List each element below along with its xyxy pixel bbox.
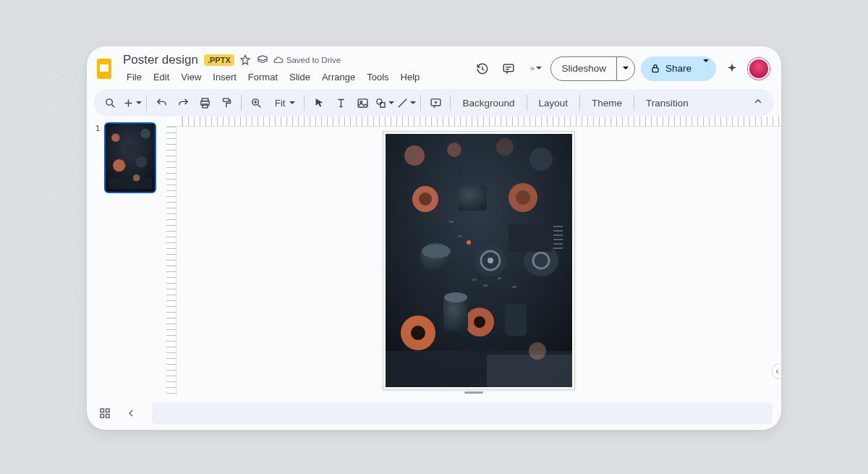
svg-rect-41 — [509, 224, 552, 252]
svg-point-25 — [404, 145, 425, 166]
share-label: Share — [665, 63, 692, 74]
svg-point-5 — [106, 98, 112, 105]
toolbar: Fit Background Layout Theme Transition — [94, 89, 774, 117]
svg-rect-67 — [101, 415, 104, 418]
workspace: 1 — [87, 117, 781, 397]
slideshow-dropdown[interactable] — [616, 57, 634, 80]
svg-rect-3 — [531, 67, 533, 69]
star-icon[interactable] — [239, 54, 252, 67]
theme-button[interactable]: Theme — [584, 98, 629, 109]
zoom-level-dropdown[interactable]: Fit — [268, 98, 299, 109]
move-icon[interactable] — [256, 54, 269, 67]
share-button[interactable]: Share — [641, 63, 700, 75]
svg-point-20 — [113, 159, 125, 172]
slide-thumbnail-1[interactable] — [104, 122, 156, 193]
menu-file[interactable]: File — [122, 69, 147, 85]
svg-point-36 — [488, 258, 493, 263]
slides-logo[interactable] — [94, 56, 114, 82]
svg-point-28 — [529, 148, 553, 171]
zoom-tool-icon[interactable] — [246, 93, 266, 113]
undo-icon[interactable] — [151, 93, 171, 113]
menu-view[interactable]: View — [176, 69, 206, 85]
svg-rect-68 — [106, 415, 110, 418]
collapse-toolbar-icon[interactable] — [748, 96, 768, 110]
vertical-ruler[interactable] — [166, 127, 176, 397]
search-menus-icon[interactable] — [100, 93, 120, 113]
cloud-status[interactable]: Saved to Drive — [273, 55, 341, 65]
svg-point-27 — [496, 138, 514, 156]
title-bar: Poster design .PPTX Saved to Drive File … — [87, 46, 781, 85]
svg-rect-65 — [101, 409, 104, 412]
svg-rect-31 — [458, 186, 487, 211]
speaker-notes-bar[interactable] — [152, 402, 773, 424]
transition-button[interactable]: Transition — [639, 98, 696, 109]
svg-rect-66 — [106, 409, 110, 412]
svg-point-13 — [377, 98, 382, 103]
paint-format-icon[interactable] — [216, 93, 237, 113]
ruler-corner — [166, 117, 182, 127]
svg-point-57 — [529, 342, 546, 360]
shape-icon[interactable] — [374, 93, 394, 113]
filmstrip: 1 — [87, 117, 166, 397]
svg-rect-54 — [505, 304, 527, 336]
new-slide-button[interactable] — [122, 93, 142, 113]
select-tool-icon[interactable] — [309, 93, 329, 113]
svg-rect-61 — [458, 235, 461, 237]
slide-image[interactable] — [386, 134, 572, 387]
collapse-filmstrip-icon[interactable] — [122, 404, 140, 423]
line-icon[interactable] — [396, 93, 416, 113]
svg-rect-11 — [358, 98, 367, 106]
bottom-bar — [87, 397, 781, 430]
background-button[interactable]: Background — [455, 98, 522, 109]
layout-button[interactable]: Layout — [532, 98, 576, 109]
add-comment-icon[interactable] — [425, 93, 446, 113]
menu-tools[interactable]: Tools — [362, 69, 393, 85]
file-type-badge: .PPTX — [204, 54, 234, 66]
menu-help[interactable]: Help — [396, 69, 425, 85]
svg-rect-22 — [109, 178, 151, 189]
svg-point-49 — [411, 326, 425, 340]
share-button-group: Share — [641, 56, 716, 81]
save-status-text: Saved to Drive — [286, 56, 341, 64]
comments-icon[interactable] — [498, 59, 519, 79]
history-icon[interactable] — [472, 59, 493, 79]
svg-point-18 — [141, 129, 150, 138]
speaker-notes-drag-handle[interactable] — [464, 392, 483, 394]
svg-rect-1 — [100, 64, 109, 72]
print-icon[interactable] — [195, 93, 215, 113]
share-dropdown[interactable] — [700, 62, 716, 75]
meet-button[interactable] — [524, 59, 545, 79]
svg-point-64 — [467, 240, 471, 245]
gemini-icon[interactable] — [722, 59, 742, 79]
menu-bar: File Edit View Insert Format Slide Arran… — [122, 69, 425, 85]
document-title[interactable]: Poster design — [122, 52, 200, 68]
menu-arrange[interactable]: Arrange — [317, 69, 360, 85]
svg-point-26 — [447, 143, 461, 157]
menu-slide[interactable]: Slide — [284, 69, 315, 85]
svg-rect-62 — [449, 221, 454, 223]
redo-icon[interactable] — [173, 93, 193, 113]
menu-edit[interactable]: Edit — [148, 69, 174, 85]
horizontal-ruler[interactable] — [182, 117, 781, 127]
image-icon[interactable] — [352, 93, 373, 113]
account-avatar[interactable] — [748, 58, 770, 80]
svg-rect-63 — [512, 286, 516, 288]
grid-view-icon[interactable] — [95, 404, 114, 423]
menu-format[interactable]: Format — [243, 69, 283, 85]
svg-rect-60 — [498, 277, 501, 279]
svg-point-51 — [474, 316, 485, 328]
zoom-label: Fit — [275, 98, 285, 109]
textbox-icon[interactable] — [331, 93, 351, 113]
svg-rect-56 — [487, 355, 572, 387]
slide-number: 1 — [95, 122, 100, 132]
svg-rect-4 — [652, 67, 658, 72]
svg-rect-19 — [126, 145, 138, 154]
menu-insert[interactable]: Insert — [208, 69, 242, 85]
canvas-area — [166, 117, 781, 397]
svg-point-23 — [133, 174, 140, 182]
slideshow-button-group: Slideshow — [550, 56, 635, 81]
slide-canvas[interactable] — [383, 131, 575, 390]
svg-rect-9 — [223, 98, 229, 101]
svg-rect-2 — [504, 64, 514, 72]
slideshow-button[interactable]: Slideshow — [551, 63, 616, 74]
